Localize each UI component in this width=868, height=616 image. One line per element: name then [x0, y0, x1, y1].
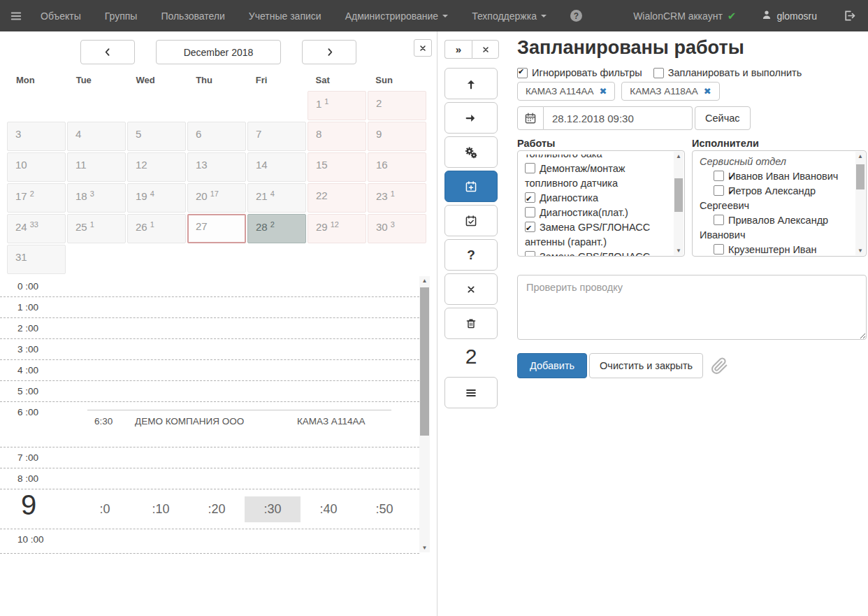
day-cell-17[interactable]: 172 — [7, 183, 66, 213]
calendar-check-button[interactable] — [444, 205, 498, 236]
day-cell-5[interactable]: 5 — [127, 122, 186, 151]
datetime-input[interactable] — [544, 106, 693, 130]
hour-row-4:00[interactable]: 4 :00 — [0, 360, 419, 381]
minute-option-0[interactable]: :0 — [77, 496, 133, 522]
day-cell-11[interactable]: 11 — [67, 152, 126, 182]
scrollbar-thumb[interactable] — [420, 287, 429, 436]
close-button[interactable] — [444, 273, 498, 305]
hour-row-7:00[interactable]: 7 :00 — [0, 447, 419, 468]
day-cell-8[interactable]: 8 — [308, 122, 366, 151]
day-cell-16[interactable]: 16 — [368, 152, 426, 182]
trash-button[interactable] — [444, 308, 498, 339]
day-cell-20[interactable]: 2017 — [187, 183, 246, 213]
arrow-right-button[interactable] — [444, 102, 498, 134]
nav-item-группы[interactable]: Группы — [105, 10, 138, 22]
day-cell-2[interactable]: 2 — [368, 91, 426, 120]
calendar-plus-button[interactable] — [444, 171, 498, 202]
scroll-down-icon[interactable]: ▼ — [855, 248, 865, 254]
option-checkbox-2[interactable] — [653, 68, 664, 78]
executor-checkbox[interactable] — [714, 244, 724, 255]
paperclip-icon[interactable] — [711, 357, 728, 375]
day-cell-24[interactable]: 2433 — [7, 214, 66, 243]
clear-close-button[interactable]: Очистить и закрыть — [589, 353, 703, 378]
scrollbar-thumb[interactable] — [856, 164, 865, 189]
work-item[interactable]: Диагностика — [525, 191, 667, 206]
schedule-event[interactable]: 6:30ДЕМО КОМПАНИЯ ОООКАМАЗ А114АА — [87, 410, 391, 427]
help-icon[interactable]: ? — [570, 10, 582, 22]
remove-tag-icon[interactable]: ✖ — [599, 86, 607, 96]
next-month-button[interactable] — [302, 40, 356, 64]
day-cell-27[interactable]: 27 — [187, 214, 246, 243]
work-checkbox[interactable] — [525, 163, 535, 173]
month-title-button[interactable]: December 2018 — [156, 40, 281, 64]
question-button[interactable]: ? — [444, 239, 498, 271]
executor-item[interactable]: Иванов Иван Иванович — [700, 169, 849, 184]
scroll-down-icon[interactable]: ▼ — [419, 545, 430, 551]
executors-scrollbar[interactable]: ▲ ▼ — [855, 152, 865, 255]
executor-checkbox[interactable] — [714, 185, 724, 196]
day-cell-29[interactable]: 2912 — [308, 214, 366, 243]
remove-tag-icon[interactable]: ✖ — [704, 86, 711, 96]
nav-item-техподдержка[interactable]: Техподдержка — [472, 10, 547, 22]
scroll-down-icon[interactable]: ▼ — [674, 248, 683, 254]
scroll-up-icon[interactable]: ▲ — [674, 153, 683, 159]
add-button[interactable]: Добавить — [517, 353, 587, 378]
minute-option-20[interactable]: :20 — [189, 496, 245, 522]
hour-row-8:00[interactable]: 8 :00 — [0, 468, 419, 489]
works-scrollbar[interactable]: ▲ ▼ — [674, 152, 683, 255]
gears-button[interactable] — [444, 136, 498, 168]
prev-month-button[interactable] — [80, 40, 135, 64]
datepicker-icon[interactable] — [517, 106, 544, 130]
nav-item-администрирование[interactable]: Администрирование — [345, 10, 449, 22]
nav-item-учетные-записи[interactable]: Учетные записи — [249, 10, 321, 22]
hour-row-1:00[interactable]: 1 :00 — [0, 297, 419, 318]
day-cell-15[interactable]: 15 — [308, 152, 366, 182]
work-item[interactable]: Диагностика(плат.) — [525, 206, 667, 220]
day-cell-3[interactable]: 3 — [7, 122, 66, 151]
menu-icon[interactable] — [10, 10, 22, 22]
day-cell-22[interactable]: 22 — [308, 183, 366, 213]
list-menu-button[interactable] — [444, 377, 498, 408]
day-cell-10[interactable]: 10 — [7, 152, 66, 182]
day-cell-13[interactable]: 13 — [187, 152, 246, 182]
nav-item-пользователи[interactable]: Пользователи — [161, 10, 224, 22]
scrollbar-thumb[interactable] — [674, 178, 683, 212]
hour-row-3:00[interactable]: 3 :00 — [0, 339, 419, 360]
day-cell-1[interactable]: 11 — [308, 91, 366, 120]
work-item[interactable]: Замена GPS/ГЛОНАСС — [525, 250, 667, 257]
executor-item[interactable]: Крузенштерн Иван — [700, 243, 849, 257]
option-checkbox-1[interactable] — [517, 68, 528, 78]
day-cell-7[interactable]: 7 — [247, 122, 306, 151]
work-checkbox[interactable] — [525, 192, 535, 203]
user-menu[interactable]: glomosru — [761, 9, 817, 22]
day-cell-6[interactable]: 6 — [187, 122, 246, 151]
executor-checkbox[interactable] — [714, 215, 724, 225]
work-checkbox[interactable] — [525, 222, 535, 232]
work-item[interactable]: Демонтаж/монтаж топливного датчика — [525, 162, 667, 191]
collapse-button[interactable]: » — [444, 40, 472, 59]
scroll-up-icon[interactable]: ▲ — [855, 153, 865, 159]
minute-option-50[interactable]: :50 — [356, 496, 412, 522]
day-cell-25[interactable]: 251 — [67, 214, 126, 243]
day-cell-23[interactable]: 231 — [368, 183, 426, 213]
logout-icon[interactable] — [842, 9, 855, 22]
calendar-close-button[interactable] — [414, 39, 432, 57]
scroll-up-icon[interactable]: ▲ — [419, 278, 430, 284]
hour-row-0:00[interactable]: 0 :00 — [0, 276, 419, 297]
day-cell-31[interactable]: 31 — [7, 245, 66, 274]
work-checkbox[interactable] — [525, 207, 535, 217]
day-cell-9[interactable]: 9 — [368, 122, 426, 151]
day-cell-4[interactable]: 4 — [67, 122, 126, 151]
minute-option-10[interactable]: :10 — [133, 496, 189, 522]
day-cell-14[interactable]: 14 — [247, 152, 306, 182]
minute-option-40[interactable]: :40 — [301, 496, 356, 522]
executor-checkbox[interactable] — [714, 171, 724, 181]
day-cell-30[interactable]: 303 — [368, 214, 426, 243]
day-cell-18[interactable]: 183 — [67, 183, 126, 213]
hour-row-10:00[interactable]: 10 :00 — [0, 529, 419, 554]
account-menu[interactable]: WialonCRM аккаунт ✔ — [633, 10, 736, 22]
schedule-scrollbar[interactable]: ▲ ▼ — [419, 276, 430, 552]
day-cell-21[interactable]: 214 — [247, 183, 306, 213]
now-button[interactable]: Сейчас — [695, 106, 751, 130]
day-cell-28[interactable]: 282 — [247, 214, 306, 243]
